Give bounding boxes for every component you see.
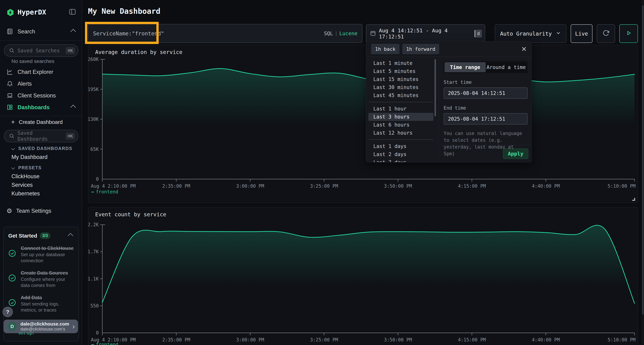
sidebar-item-team-settings[interactable]: ⚙ Team Settings [0, 206, 82, 216]
svg-text:Aug 4 2:10:00 PM: Aug 4 2:10:00 PM [91, 183, 136, 189]
scrollbar-thumb[interactable] [434, 59, 436, 116]
svg-text:4:40:00 PM: 4:40:00 PM [532, 183, 560, 189]
brand-row: HyperDX [0, 6, 82, 18]
divider [369, 139, 433, 140]
annotation-highlight-box [85, 22, 159, 44]
svg-text:0: 0 [96, 176, 99, 182]
app-root: HyperDX Search [0, 0, 644, 345]
svg-text:2.2K: 2.2K [88, 222, 99, 227]
sidebar-item-dashboards[interactable]: Dashboards [0, 102, 82, 113]
create-dashboard-button[interactable]: + Create Dashboard [0, 117, 82, 127]
start-time-field[interactable]: 2025-08-04 14:12:51 [444, 87, 528, 99]
divider [369, 102, 433, 102]
svg-text:3:50:00 PM: 3:50:00 PM [384, 337, 412, 343]
svg-text:5:10:00 PM: 5:10:00 PM [608, 337, 636, 343]
end-time-field[interactable]: 2025-08-04 17:12:51 [444, 113, 528, 125]
chevron-up-icon [70, 105, 76, 110]
chevron-right-icon: › [72, 323, 75, 331]
svg-text:1.1K: 1.1K [88, 276, 99, 282]
time-range-option[interactable]: Last 1 days [368, 142, 434, 150]
start-time-label: Start time [444, 79, 528, 85]
time-range-option[interactable]: Last 1 minute [368, 59, 434, 67]
time-range-option[interactable]: Last 30 minutes [368, 83, 434, 91]
no-saved-searches-note: No saved searches [0, 57, 82, 66]
chevron-up-icon[interactable] [68, 233, 73, 239]
tab-time-range[interactable]: Time range [444, 62, 486, 72]
page-scrollbar[interactable] [642, 0, 644, 345]
sidebar-item-search[interactable]: Search [0, 26, 82, 37]
quick-range-list: Last 1 minuteLast 5 minutesLast 15 minut… [368, 59, 434, 162]
shift-forward-button[interactable]: 1h forward [402, 44, 439, 54]
apply-button[interactable]: Apply [503, 149, 528, 159]
sidebar-item-chart-explorer[interactable]: Chart Explorer [0, 66, 82, 78]
chart-title: Event count by service [95, 211, 166, 218]
chart-title: Average duration by service [95, 49, 182, 55]
svg-text:3:00:00 PM: 3:00:00 PM [236, 183, 264, 189]
sidebar-item-client-sessions[interactable]: Client Sessions [0, 90, 82, 101]
bell-icon [6, 80, 14, 87]
saved-searches-input[interactable]: Saved Searches ⌘K [4, 44, 78, 57]
checklist-item-connect[interactable]: Connect to ClickHouse Set up your databa… [8, 245, 74, 264]
time-range-option[interactable]: Last 6 hours [368, 121, 434, 129]
checklist-item-datasources[interactable]: Create Data Sources Configure where your… [8, 270, 74, 288]
divider [0, 40, 82, 41]
get-started-title: Get Started [8, 233, 37, 239]
chart-legend[interactable]: — frontend [91, 189, 118, 195]
checklist-item-add-data[interactable]: Add Data Start sending logs, metrics, or… [8, 295, 74, 313]
time-picker-header: 1h back 1h forward × [366, 41, 532, 57]
sidebar-item-clickhouse[interactable]: ClickHouse [0, 172, 82, 181]
svg-text:195K: 195K [88, 87, 99, 92]
line-chart-event-count[interactable]: 05501.1K1.7K2.2KAug 4 2:10:00 PM2:35:00 … [88, 207, 638, 345]
time-range-option[interactable]: Last 12 hours [368, 129, 434, 137]
time-range-option[interactable]: Last 45 minutes [368, 91, 434, 99]
saved-searches-placeholder: Saved Searches [18, 48, 66, 54]
svg-text:3:25:00 PM: 3:25:00 PM [310, 183, 338, 189]
sidebar-collapse-icon[interactable] [69, 8, 76, 16]
panel-resize-handle[interactable] [632, 198, 635, 201]
scrollbar-thumb[interactable] [642, 5, 644, 315]
chart-legend[interactable]: — frontend [91, 342, 118, 345]
time-range-option[interactable]: Last 3 hours [368, 113, 434, 121]
search-icon [9, 133, 15, 139]
sidebar-item-kubernetes[interactable]: Kubernetes [0, 189, 82, 198]
time-range-option[interactable]: Last 5 minutes [368, 67, 434, 75]
granularity-dropdown[interactable]: Auto Granularity [495, 24, 566, 43]
hyperdx-logo-icon [6, 8, 14, 16]
line-chart-avg-duration[interactable]: 065K130K195K260KAug 4 2:10:00 PM2:35:00 … [88, 45, 638, 203]
run-query-button[interactable] [619, 24, 638, 43]
check-circle-icon [8, 249, 16, 264]
kbd-shortcut: ⌘K [66, 132, 75, 140]
gear-icon: ⚙ [6, 207, 12, 215]
play-icon [626, 30, 632, 37]
check-circle-icon [8, 274, 16, 288]
refresh-button[interactable] [597, 24, 615, 43]
svg-text:5:10:00 PM: 5:10:00 PM [608, 183, 636, 189]
lucene-mode-toggle[interactable]: Lucene [339, 30, 358, 36]
help-button[interactable]: ? [2, 307, 13, 317]
tab-around-a-time[interactable]: Around a time [486, 62, 527, 72]
time-range-option[interactable]: Last 2 days [368, 150, 434, 158]
time-range-input[interactable]: Aug 4 14:12:51 - Aug 4 17:12:51 d [366, 24, 485, 43]
time-range-option[interactable]: Last 1 hour [368, 105, 434, 113]
saved-dashboards-input[interactable]: Saved Dashboards ⌘K [4, 130, 78, 142]
svg-text:4:40:00 PM: 4:40:00 PM [532, 337, 560, 343]
section-presets[interactable]: PRESETS [0, 164, 82, 172]
shift-back-button[interactable]: 1h back [371, 44, 400, 54]
sidebar-item-my-dashboard[interactable]: My Dashboard [0, 153, 82, 161]
close-icon[interactable]: × [522, 45, 526, 52]
time-range-option[interactable]: Last 7 days [368, 158, 434, 162]
user-account-chip[interactable]: D dale@clickhouse.com dale@clickhouse.co… [4, 320, 78, 333]
get-started-progress-badge: 3/3 [40, 232, 50, 239]
sidebar-item-services[interactable]: Services [0, 181, 82, 189]
sidebar-item-label: Search [18, 28, 35, 35]
live-button[interactable]: Live [571, 24, 592, 43]
chart-explorer-icon [6, 68, 14, 76]
svg-text:0: 0 [96, 330, 99, 336]
section-saved-dashboards[interactable]: SAVED DASHBOARDS [0, 144, 82, 152]
time-range-value: Aug 4 14:12:51 - Aug 4 17:12:51 [379, 27, 474, 40]
svg-text:4:15:00 PM: 4:15:00 PM [458, 183, 486, 189]
time-range-option[interactable]: Last 15 minutes [368, 75, 434, 83]
svg-text:3:50:00 PM: 3:50:00 PM [384, 183, 412, 189]
sql-mode-toggle[interactable]: SQL [324, 30, 333, 36]
sidebar-item-alerts[interactable]: Alerts [0, 78, 82, 89]
